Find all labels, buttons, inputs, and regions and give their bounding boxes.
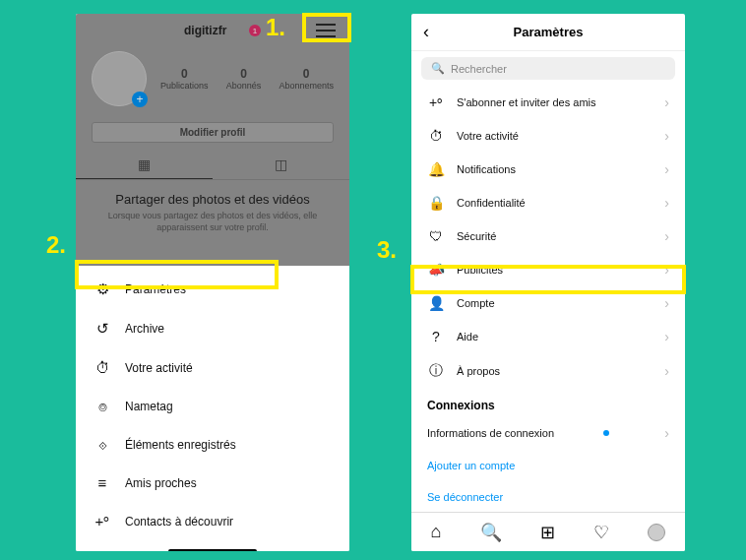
menu-label: Contacts à découvrir: [125, 515, 233, 529]
menu-item-saved[interactable]: ⟐ Éléments enregistrés: [76, 425, 349, 464]
hamburger-menu-icon[interactable]: [316, 24, 336, 37]
menu-label: Archive: [125, 322, 164, 336]
clock-icon: ⏱: [93, 359, 111, 376]
menu-item-settings[interactable]: ⚙ Paramètres: [76, 270, 349, 309]
chevron-right-icon: ›: [664, 295, 669, 311]
item-account[interactable]: 👤 Compte ›: [411, 286, 685, 320]
bookmark-icon: ⟐: [93, 436, 111, 453]
heart-icon[interactable]: ♡: [593, 522, 609, 543]
menu-item-close-friends[interactable]: ≡ Amis proches: [76, 464, 349, 502]
item-login-info[interactable]: Informations de connexion ›: [411, 416, 685, 450]
item-activity[interactable]: ⏱ Votre activité ›: [411, 119, 685, 153]
avatar[interactable]: +: [92, 51, 147, 106]
notification-badge: 1: [249, 25, 261, 36]
chevron-right-icon: ›: [664, 195, 669, 211]
lock-icon: 🔒: [427, 195, 445, 211]
gear-icon: ⚙: [93, 280, 111, 298]
stat-following[interactable]: 0 Abonnements: [279, 67, 334, 91]
chevron-right-icon: ›: [664, 94, 669, 110]
settings-list[interactable]: +ᵒ S'abonner et inviter des amis › ⏱ Vot…: [411, 86, 685, 515]
menu-label: Nametag: [125, 400, 173, 413]
profile-info: + 0 Publications 0 Abonnés 0 Abonnements: [76, 47, 349, 114]
tab-tagged[interactable]: ◫: [213, 151, 349, 179]
step-3-label: 3.: [377, 236, 397, 264]
search-input[interactable]: 🔍 Rechercher: [421, 57, 675, 80]
chevron-right-icon: ›: [664, 161, 669, 177]
archive-icon: ↺: [93, 320, 111, 338]
page-title: Paramètres: [423, 25, 673, 39]
megaphone-icon: 📣: [427, 262, 445, 278]
share-title: Partager des photos et des vidéos: [76, 180, 349, 211]
chevron-right-icon: ›: [664, 329, 669, 344]
profile-tabs: ▦ ◫: [76, 151, 349, 180]
menu-label: Éléments enregistrés: [125, 438, 236, 452]
item-follow-invite[interactable]: +ᵒ S'abonner et inviter des amis ›: [411, 86, 685, 119]
item-about[interactable]: ⓘ À propos ›: [411, 353, 685, 389]
stat-posts[interactable]: 0 Publications: [160, 67, 209, 91]
profile-area-dimmed: digitizfr 1 + 0 Publications 0 Abonnés: [76, 14, 349, 266]
list-icon: ≡: [93, 474, 111, 491]
shield-icon: 🛡: [427, 228, 445, 244]
menu-item-archive[interactable]: ↺ Archive: [76, 309, 349, 348]
chevron-right-icon: ›: [664, 228, 669, 244]
chevron-right-icon: ›: [664, 425, 669, 441]
menu-label: Paramètres: [125, 282, 186, 296]
tab-grid[interactable]: ▦: [76, 151, 213, 179]
connections-header: Connexions: [411, 389, 685, 416]
home-indicator: [168, 549, 257, 551]
home-icon[interactable]: ⌂: [431, 522, 442, 542]
share-subtitle: Lorsque vous partagez des photos et des …: [76, 211, 349, 233]
search-icon: 🔍: [431, 62, 445, 75]
bottom-sheet-menu: ⚙ Paramètres ↺ Archive ⏱ Votre activité …: [76, 266, 349, 551]
nametag-icon: ⌾: [93, 398, 111, 414]
bottom-nav: ⌂ 🔍 ⊞ ♡: [411, 512, 685, 551]
help-icon: ?: [427, 329, 445, 344]
stat-followers[interactable]: 0 Abonnés: [226, 67, 262, 91]
menu-item-nametag[interactable]: ⌾ Nametag: [76, 387, 349, 425]
create-icon[interactable]: ⊞: [540, 522, 555, 543]
profile-header: digitizfr 1: [76, 14, 349, 47]
chevron-right-icon: ›: [664, 363, 669, 379]
item-security[interactable]: 🛡 Sécurité ›: [411, 219, 685, 253]
menu-item-activity[interactable]: ⏱ Votre activité: [76, 348, 349, 387]
person-plus-icon: +ᵒ: [427, 94, 445, 110]
person-plus-icon: +ᵒ: [93, 513, 111, 530]
phone-profile: digitizfr 1 + 0 Publications 0 Abonnés: [76, 14, 349, 551]
logout-link[interactable]: Se déconnecter: [411, 481, 685, 513]
step-2-label: 2.: [46, 231, 66, 259]
edit-profile-button[interactable]: Modifier profil: [92, 122, 334, 143]
chevron-right-icon: ›: [664, 128, 669, 144]
item-ads[interactable]: 📣 Publicités ›: [411, 253, 685, 286]
menu-item-discover[interactable]: +ᵒ Contacts à découvrir: [76, 502, 349, 541]
bell-icon: 🔔: [427, 161, 445, 177]
menu-label: Amis proches: [125, 476, 197, 490]
step-1-label: 1.: [266, 14, 285, 41]
item-help[interactable]: ? Aide ›: [411, 320, 685, 353]
phone-settings: ‹ Paramètres 🔍 Rechercher +ᵒ S'abonner e…: [411, 14, 685, 551]
clock-icon: ⏱: [427, 128, 445, 144]
new-dot-icon: [603, 430, 609, 436]
item-notifications[interactable]: 🔔 Notifications ›: [411, 153, 685, 186]
profile-avatar-icon[interactable]: [648, 524, 665, 541]
settings-header: ‹ Paramètres: [411, 14, 685, 51]
search-icon[interactable]: 🔍: [480, 522, 502, 543]
menu-label: Votre activité: [125, 361, 193, 375]
add-account-link[interactable]: Ajouter un compte: [411, 450, 685, 481]
chevron-right-icon: ›: [664, 262, 669, 278]
search-placeholder: Rechercher: [451, 63, 507, 75]
username[interactable]: digitizfr: [184, 24, 226, 37]
person-icon: 👤: [427, 295, 445, 311]
stats-row: 0 Publications 0 Abonnés 0 Abonnements: [160, 67, 334, 91]
item-privacy[interactable]: 🔒 Confidentialité ›: [411, 186, 685, 219]
info-icon: ⓘ: [427, 362, 445, 380]
add-story-icon[interactable]: +: [132, 92, 148, 107]
